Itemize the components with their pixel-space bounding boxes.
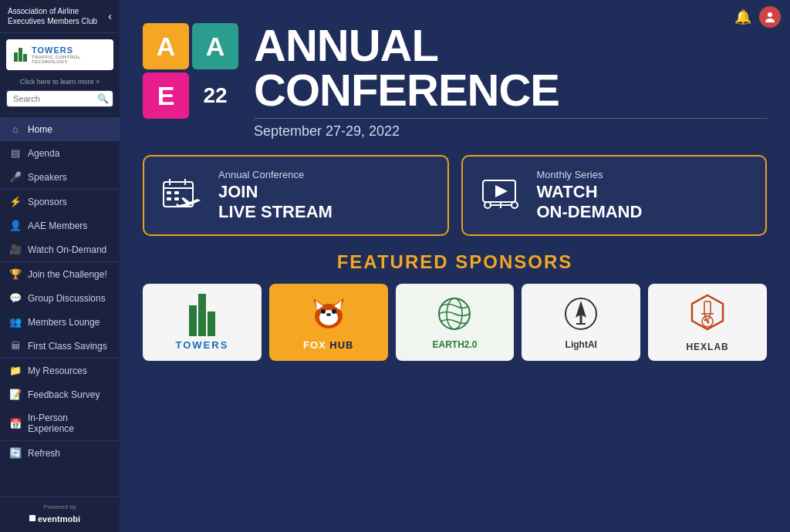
svg-point-2 bbox=[768, 12, 772, 17]
on-demand-text: Monthly Series WATCH ON-DEMAND bbox=[537, 169, 643, 222]
main-content: 🔔 A A E 22 ANNUAL CONFERENCE September 2… bbox=[120, 0, 790, 532]
aae-logo: A A E 22 bbox=[143, 23, 238, 119]
foxhub-name: FOX HUB bbox=[303, 339, 354, 351]
live-stream-card[interactable]: Annual Conference JOIN LIVE STREAM bbox=[143, 155, 449, 236]
user-avatar[interactable] bbox=[759, 6, 781, 28]
featured-sponsors-title: FEATURED SPONSORS bbox=[143, 251, 767, 273]
sidebar-item-home[interactable]: ⌂ Home bbox=[0, 117, 120, 141]
sidebar-item-group-discussions[interactable]: 💬 Group Discussions bbox=[0, 286, 120, 310]
earth-icon bbox=[435, 295, 474, 336]
agenda-icon: ▤ bbox=[9, 147, 22, 159]
sidebar-item-refresh-label: Refresh bbox=[28, 448, 60, 459]
sidebar-divider bbox=[6, 113, 113, 114]
towers-logo-subtitle: TRAFFIC CONTROL TECHNOLOGY bbox=[32, 55, 106, 64]
sponsor-card-lightai[interactable]: LightAI bbox=[522, 284, 640, 361]
svg-point-37 bbox=[704, 319, 707, 322]
sidebar-item-challenge-label: Join the Challenge! bbox=[28, 269, 107, 280]
svg-text:eventmobi: eventmobi bbox=[38, 514, 80, 524]
on-demand-card[interactable]: Monthly Series WATCH ON-DEMAND bbox=[461, 155, 768, 236]
conference-title-line1: ANNUAL bbox=[254, 23, 767, 68]
savings-icon: 🏛 bbox=[9, 340, 22, 352]
towers-sponsor-name: TOWERS bbox=[175, 339, 228, 351]
sidebar-item-speakers[interactable]: 🎤 Speakers bbox=[0, 165, 120, 189]
conference-date: September 27-29, 2022 bbox=[254, 123, 767, 140]
lightai-name: LightAI bbox=[565, 339, 597, 350]
sponsor-card-towers[interactable]: TOWERS bbox=[143, 284, 262, 361]
sidebar-item-aae-members[interactable]: 👤 AAE Members bbox=[0, 214, 120, 237]
sidebar-item-sponsors[interactable]: ⚡ Sponsors bbox=[0, 189, 120, 214]
towers-logo-title: TOWERS bbox=[32, 45, 106, 55]
live-stream-label: Annual Conference bbox=[218, 169, 333, 180]
sidebar-item-agenda[interactable]: ▤ Agenda bbox=[0, 141, 120, 165]
calendar-plane-icon bbox=[160, 177, 206, 215]
svg-point-15 bbox=[484, 202, 491, 208]
svg-point-25 bbox=[326, 313, 331, 316]
sidebar-item-home-label: Home bbox=[28, 124, 52, 135]
svg-rect-10 bbox=[174, 197, 179, 200]
sponsor-card-foxhub[interactable]: FOX HUB bbox=[269, 284, 388, 361]
hexlab-icon bbox=[688, 292, 727, 338]
survey-icon: 📝 bbox=[9, 389, 22, 400]
sponsors-grid: TOWERS bbox=[143, 284, 767, 361]
sidebar-collapse-button[interactable]: ‹ bbox=[108, 10, 112, 22]
svg-rect-7 bbox=[167, 191, 171, 194]
sidebar-item-lounge-label: Members Lounge bbox=[28, 317, 100, 328]
live-stream-action1: JOIN bbox=[218, 182, 333, 202]
hexlab-name: HEXLAB bbox=[686, 342, 728, 352]
aae-tile-e: E bbox=[143, 72, 189, 119]
eventmobi-brand: eventmobi bbox=[6, 512, 113, 526]
svg-marker-34 bbox=[692, 295, 723, 329]
notification-icon[interactable]: 🔔 bbox=[734, 8, 751, 25]
hero-section: A A E 22 ANNUAL CONFERENCE September 27-… bbox=[120, 0, 790, 155]
aae-members-icon: 👤 bbox=[9, 220, 22, 231]
on-demand-action2: ON-DEMAND bbox=[537, 202, 643, 222]
aae-tile-a1: A bbox=[143, 23, 189, 69]
svg-point-38 bbox=[707, 322, 710, 324]
sponsor-card-hexlab[interactable]: HEXLAB bbox=[648, 284, 767, 361]
sponsor-logo-towers[interactable]: TOWERS TRAFFIC CONTROL TECHNOLOGY bbox=[6, 39, 113, 70]
watch-icon: 🎥 bbox=[9, 244, 22, 255]
svg-point-26 bbox=[321, 309, 326, 314]
speakers-icon: 🎤 bbox=[9, 171, 22, 183]
conference-title-line2: CONFERENCE bbox=[254, 68, 767, 113]
svg-marker-12 bbox=[495, 185, 508, 197]
aae-tile-year: 22 bbox=[192, 72, 238, 119]
sidebar-item-in-person[interactable]: 📅 In-Person Experience bbox=[0, 406, 120, 440]
cta-section: Annual Conference JOIN LIVE STREAM bbox=[120, 155, 790, 251]
live-stream-action2: LIVE STREAM bbox=[218, 202, 333, 222]
lounge-icon: 👥 bbox=[9, 316, 22, 328]
sidebar-item-resources-label: My Resources bbox=[28, 365, 87, 376]
on-demand-label: Monthly Series bbox=[537, 169, 643, 180]
sidebar-item-first-class-savings[interactable]: 🏛 First Class Savings bbox=[0, 334, 120, 358]
sidebar-item-watch-on-demand[interactable]: 🎥 Watch On-Demand bbox=[0, 237, 120, 261]
learn-more-link[interactable]: Click here to learn more > bbox=[6, 76, 113, 87]
sidebar-nav: ⌂ Home ▤ Agenda 🎤 Speakers ⚡ Sponsors 👤 … bbox=[0, 117, 120, 497]
sponsors-icon: ⚡ bbox=[9, 196, 22, 207]
home-icon: ⌂ bbox=[9, 123, 22, 135]
sidebar-item-feedback-survey[interactable]: 📝 Feedback Survey bbox=[0, 382, 120, 406]
challenge-icon: 🏆 bbox=[9, 268, 22, 280]
sidebar-header: Association of Airline Executives Member… bbox=[0, 0, 120, 33]
in-person-icon: 📅 bbox=[9, 418, 22, 429]
sidebar-item-survey-label: Feedback Survey bbox=[28, 389, 100, 400]
org-name: Association of Airline Executives Member… bbox=[8, 6, 108, 26]
earth20-name: EARTH2.0 bbox=[432, 339, 477, 350]
sidebar-item-members-lounge[interactable]: 👥 Members Lounge bbox=[0, 310, 120, 334]
resources-icon: 📁 bbox=[9, 365, 22, 376]
discussions-icon: 💬 bbox=[9, 292, 22, 304]
play-monitor-icon bbox=[478, 177, 525, 215]
sponsor-card-earth20[interactable]: EARTH2.0 bbox=[396, 284, 515, 361]
refresh-icon: 🔄 bbox=[9, 447, 22, 459]
sidebar-item-refresh[interactable]: 🔄 Refresh bbox=[0, 440, 120, 465]
sidebar-item-in-person-label: In-Person Experience bbox=[28, 412, 110, 434]
on-demand-action1: WATCH bbox=[537, 182, 643, 202]
sidebar-item-my-resources[interactable]: 📁 My Resources bbox=[0, 358, 120, 382]
search-icon: 🔍 bbox=[97, 93, 109, 104]
sidebar-item-sponsors-label: Sponsors bbox=[28, 197, 67, 207]
live-stream-text: Annual Conference JOIN LIVE STREAM bbox=[218, 169, 333, 222]
svg-point-16 bbox=[511, 202, 518, 208]
lightai-icon bbox=[562, 295, 600, 336]
sidebar-item-join-challenge[interactable]: 🏆 Join the Challenge! bbox=[0, 261, 120, 286]
towers-buildings-icon bbox=[189, 294, 215, 336]
sidebar-footer: Powered by eventmobi bbox=[0, 497, 120, 532]
